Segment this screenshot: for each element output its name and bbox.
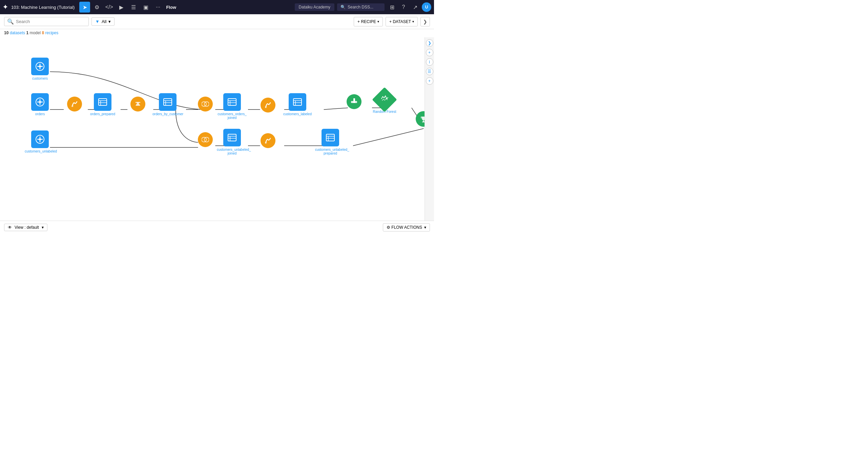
dataset-dropdown-icon: ▾ — [412, 20, 414, 23]
svg-rect-5 — [99, 99, 107, 105]
customers-orders-joined-node[interactable]: customers_orders_joined — [220, 93, 244, 120]
orders-prepared-label: orders_prepared — [90, 112, 115, 116]
toolbar-right: + RECIPE ▾ + DATASET ▾ ❯ — [354, 17, 430, 26]
customers-unlabeled-prepared-label: customers_unlabeled_prepared — [315, 148, 346, 155]
customers-unlabeled-node[interactable]: customers_unlabeled — [28, 130, 52, 153]
svg-point-18 — [39, 138, 41, 140]
add-recipe-btn[interactable]: + RECIPE ▾ — [354, 17, 383, 26]
customers-icon — [31, 58, 49, 75]
right-sidebar: ❯ + i ☰ + — [425, 37, 434, 234]
code-nav-btn[interactable]: </> — [104, 2, 115, 13]
settings-nav-btn[interactable]: ⚙ — [91, 2, 102, 13]
prepare-recipe-3[interactable] — [256, 133, 280, 148]
svg-rect-14 — [423, 121, 424, 122]
join-icon-top — [198, 97, 213, 111]
orders-prepared-node[interactable]: orders_prepared — [91, 93, 115, 116]
customers-unlabeled-label: customers_unlabeled — [25, 149, 55, 153]
svg-point-22 — [265, 142, 267, 144]
view-label: View : default — [15, 225, 39, 230]
prepare-recipe-1[interactable] — [63, 97, 86, 111]
customers-node[interactable]: customers — [28, 58, 52, 80]
orders-node[interactable]: orders — [28, 93, 52, 116]
orders-icon — [31, 93, 49, 111]
group-icon — [130, 97, 145, 111]
orders-label: orders — [35, 112, 45, 116]
svg-point-4 — [71, 105, 74, 107]
dashboard-nav-btn[interactable]: ▣ — [140, 2, 151, 13]
user-avatar[interactable]: U — [422, 2, 431, 12]
join-recipe-bottom[interactable] — [193, 132, 217, 147]
recipes-label[interactable]: recipes — [45, 31, 59, 35]
sidebar-list-btn[interactable]: ☰ — [426, 68, 433, 75]
flow-search-box[interactable]: 🔍 — [4, 17, 89, 26]
customers-unlabeled-joined-label: customers_unlabeled_joined — [217, 148, 247, 155]
eye-icon: 👁 — [8, 225, 12, 230]
svg-rect-13 — [351, 101, 357, 103]
dataiku-academy-btn[interactable]: Dataiku Academy — [295, 3, 334, 11]
toolbar: 🔍 ▼ All ▾ + RECIPE ▾ + DATASET ▾ ❯ — [0, 14, 434, 29]
join-icon-bottom — [198, 132, 213, 147]
prepare-recipe-2[interactable] — [256, 98, 280, 113]
flow-actions-btn[interactable]: ⚙ FLOW ACTIONS ▾ — [383, 223, 430, 231]
add-dataset-btn[interactable]: + DATASET ▾ — [386, 17, 418, 26]
train-icon — [347, 94, 361, 109]
prepare-icon-3 — [261, 133, 275, 148]
search-input[interactable] — [16, 19, 86, 24]
project-title: 103: Machine Learning (Tutorial) — [11, 5, 75, 10]
main-area: 🔍 ▼ All ▾ + RECIPE ▾ + DATASET ▾ ❯ 10 da… — [0, 14, 434, 234]
customers-labeled-node[interactable]: customers_labeled — [286, 93, 309, 116]
svg-rect-6 — [164, 99, 172, 105]
activity-icon[interactable]: ↗ — [410, 2, 420, 12]
grid-icon[interactable]: ⊞ — [387, 2, 397, 12]
model-count: 1 — [26, 31, 28, 35]
view-chevron-icon: ▾ — [42, 225, 44, 230]
train-recipe[interactable] — [342, 94, 366, 109]
flow-actions-chevron: ▾ — [424, 225, 426, 230]
datasets-label[interactable]: datasets — [10, 31, 26, 35]
logo-icon: ✦ — [3, 3, 8, 11]
customers-unlabeled-joined-icon — [223, 129, 241, 146]
flow-tab-label: Flow — [166, 5, 176, 10]
svg-point-10 — [265, 106, 267, 108]
more-nav-btn[interactable]: ··· — [152, 2, 163, 13]
random-forest-node[interactable]: Random Forest — [373, 91, 396, 114]
bottom-bar: 👁 View : default ▾ ⚙ FLOW ACTIONS ▾ — [0, 221, 434, 234]
group-recipe[interactable] — [126, 97, 150, 111]
sidebar-add-btn[interactable]: + — [426, 49, 433, 56]
run-nav-btn[interactable]: ▶ — [116, 2, 127, 13]
orders-by-customer-node[interactable]: orders_by_customer — [156, 93, 180, 116]
customers-orders-joined-label: customers_orders_joined — [218, 112, 247, 120]
svg-rect-11 — [293, 99, 302, 105]
help-icon[interactable]: ? — [399, 2, 408, 12]
flow-canvas[interactable]: customers orders orders_prepared — [0, 37, 434, 234]
flow-nav-btn[interactable]: ➤ — [79, 2, 90, 13]
search-icon: 🔍 — [7, 18, 14, 25]
svg-rect-9 — [228, 99, 236, 105]
sidebar-settings-btn[interactable]: + — [426, 77, 433, 85]
sidebar-info-btn[interactable]: i — [426, 58, 433, 66]
view-select[interactable]: 👁 View : default ▾ — [4, 224, 47, 231]
orders-prepared-icon — [94, 93, 111, 111]
global-search[interactable]: 🔍 Search DSS... — [337, 3, 385, 11]
sidebar-collapse-btn[interactable]: ❯ — [426, 39, 433, 47]
top-nav: ✦ 103: Machine Learning (Tutorial) ➤ ⚙ <… — [0, 0, 434, 14]
add-dataset-label: + DATASET — [389, 19, 411, 24]
deploy-nav-btn[interactable]: ☰ — [128, 2, 139, 13]
customers-labeled-label: customers_labeled — [283, 112, 312, 116]
customers-unlabeled-prepared-icon — [322, 129, 339, 146]
filter-chevron-icon: ▾ — [108, 19, 111, 24]
customers-unlabeled-prepared-node[interactable]: customers_unlabeled_prepared — [318, 129, 342, 155]
join-recipe-top[interactable] — [193, 97, 217, 111]
search-icon: 🔍 — [340, 5, 346, 9]
filter-dropdown[interactable]: ▼ All ▾ — [91, 17, 115, 26]
recipes-count: 8 — [42, 31, 44, 35]
svg-point-3 — [39, 101, 41, 103]
recipe-dropdown-icon: ▾ — [377, 20, 379, 23]
nav-right: Dataiku Academy 🔍 Search DSS... ⊞ ? ↗ U — [295, 2, 431, 12]
datasets-count: 10 — [4, 31, 8, 35]
orders-by-customer-icon — [159, 93, 177, 111]
svg-rect-21 — [228, 134, 236, 141]
customers-label: customers — [32, 77, 48, 80]
collapse-panel-btn[interactable]: ❯ — [420, 17, 430, 26]
customers-unlabeled-joined-node[interactable]: customers_unlabeled_joined — [220, 129, 244, 155]
